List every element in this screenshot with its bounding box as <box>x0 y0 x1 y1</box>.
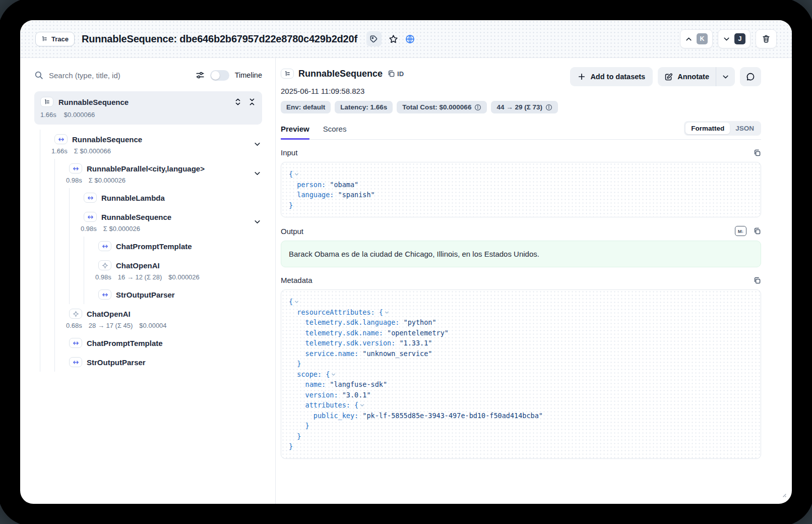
tree-row[interactable]: RunnableSequence1.66sΣ $0.000066 <box>40 130 262 159</box>
annotate-button[interactable]: Annotate <box>658 67 716 86</box>
search-input[interactable] <box>49 71 190 80</box>
chevron-down-icon[interactable] <box>294 299 299 305</box>
format-formatted-option[interactable]: Formatted <box>685 123 730 134</box>
markdown-toggle-icon[interactable]: M↓ <box>735 226 746 236</box>
json-key: telemetry.sdk.version: <box>305 339 400 347</box>
comments-button[interactable] <box>740 67 761 86</box>
tree-row[interactable]: ChatPromptTemplate <box>40 237 262 256</box>
expand-all-icon[interactable] <box>234 98 242 106</box>
annotate-dropdown-button[interactable] <box>716 67 735 86</box>
span-icon-pill <box>84 193 97 203</box>
generation-icon-pill <box>69 309 82 319</box>
timeline-label: Timeline <box>235 71 262 79</box>
tag-icon <box>369 35 378 43</box>
tree-row[interactable]: StrOutputParser <box>40 353 262 372</box>
chevron-down-icon[interactable] <box>254 218 261 226</box>
input-label: Input <box>281 148 297 157</box>
tree-row[interactable]: RunnableSequence0.98sΣ $0.000026 <box>40 207 262 237</box>
copy-icon[interactable] <box>753 149 761 157</box>
tree-row[interactable]: RunnableLambda <box>40 188 262 207</box>
copy-id-button[interactable]: ID <box>387 70 404 78</box>
output-label: Output <box>281 227 303 236</box>
public-globe-icon[interactable] <box>405 34 415 44</box>
timeline-toggle[interactable] <box>210 70 229 81</box>
chevron-down-icon[interactable] <box>254 170 261 178</box>
observation-name: StrOutputParser <box>87 358 146 367</box>
tree-row[interactable]: ChatPromptTemplate <box>40 333 262 353</box>
tree-row-body: RunnableParallel<city,language>0.98sΣ $0… <box>69 159 262 188</box>
json-line: language: "spanish" <box>289 190 753 200</box>
metric-badge: Total Cost: $0.000066 <box>397 101 487 113</box>
output-section-icons: M↓ <box>735 226 761 236</box>
resize-handle[interactable] <box>781 490 786 499</box>
tree-row[interactable]: ChatOpenAI0.98s16 → 12 (Σ 28)$0.000026 <box>40 256 262 285</box>
nav-previous-button[interactable]: K <box>680 29 713 48</box>
tree-row-line: StrOutputParser <box>69 357 262 368</box>
span-icon-pill <box>54 134 68 144</box>
metric-badge-row: Env: defaultLatency: 1.66sTotal Cost: $0… <box>281 101 558 113</box>
tree-row[interactable]: RunnableParallel<city,language>0.98sΣ $0… <box>40 159 262 188</box>
format-json-option[interactable]: JSON <box>730 123 760 134</box>
trace-root-name: RunnableSequence <box>58 98 129 106</box>
tag-button[interactable] <box>366 31 382 46</box>
chevron-down-icon[interactable] <box>254 141 261 148</box>
tree-indent-guide <box>84 285 98 304</box>
json-line: { <box>289 169 753 180</box>
bookmark-star-icon[interactable] <box>389 34 398 44</box>
delete-trace-button[interactable] <box>756 29 777 48</box>
tree-controls <box>234 98 256 106</box>
metric-badge-label: Latency: 1.66s <box>340 103 387 111</box>
stat-value: 16 → 12 (Σ 28) <box>118 273 162 281</box>
stat-value: Σ $0.000026 <box>89 177 126 184</box>
add-to-datasets-button[interactable]: Add to datasets <box>570 67 653 86</box>
json-line: public_key: "pk-lf-5855d85e-3943-497e-bd… <box>289 411 753 421</box>
json-brace: { <box>289 298 293 306</box>
json-brace: } <box>289 442 293 450</box>
generation-icon <box>102 262 108 269</box>
chevron-up-icon <box>685 35 693 43</box>
tab-preview[interactable]: Preview <box>281 125 309 140</box>
observation-name: ChatOpenAI <box>116 261 160 270</box>
tab-scores[interactable]: Scores <box>323 125 347 140</box>
chevron-down-icon[interactable] <box>384 310 390 315</box>
search-icon <box>34 71 43 80</box>
toggle-knob <box>211 71 220 80</box>
stat-value: 0.98s <box>66 177 82 184</box>
tree-row-body: ChatOpenAI0.98s16 → 12 (Σ 28)$0.000026 <box>98 256 262 285</box>
trace-root-row[interactable]: RunnableSequence 1.66s $0.000066 <box>34 91 262 125</box>
json-value: "1.33.1" <box>399 339 432 347</box>
trace-tree-icon <box>44 99 50 105</box>
filter-sliders-icon[interactable] <box>196 71 205 80</box>
tree-indent-guide <box>54 333 69 353</box>
stat-value: 28 → 17 (Σ 45) <box>89 322 133 329</box>
tree-indent-guide <box>40 207 54 237</box>
json-line: scope: { <box>289 369 753 380</box>
observation-header: RunnableSequence ID 2025-06-11 11:09:58.… <box>281 67 761 113</box>
info-icon[interactable] <box>474 104 481 111</box>
trace-detail-window: Trace RunnableSequence: dbe646b2b67957d2… <box>20 20 792 504</box>
json-key: public_key: <box>314 412 363 420</box>
chevron-down-icon[interactable] <box>359 402 365 408</box>
input-section-icons <box>753 149 761 157</box>
trace-tree-icon <box>41 36 48 42</box>
tree-row[interactable]: StrOutputParser <box>40 285 262 304</box>
annotate-split-button: Annotate <box>658 67 735 86</box>
metric-badge: Env: default <box>281 101 331 113</box>
nav-next-button[interactable]: J <box>718 29 751 48</box>
copy-icon[interactable] <box>753 276 761 284</box>
tabs-row: Preview Scores Formatted JSON <box>281 121 761 140</box>
chevron-down-icon[interactable] <box>294 171 299 177</box>
copy-icon[interactable] <box>753 227 761 235</box>
tree-row-body: StrOutputParser <box>98 285 262 304</box>
metadata-section: Metadata {resourceAttributes: {telemetry… <box>281 276 761 459</box>
observation-name: StrOutputParser <box>116 290 175 299</box>
tree-indent-guide <box>54 207 69 237</box>
tree-row[interactable]: ChatOpenAI0.68s28 → 17 (Σ 45)$0.00004 <box>40 304 262 333</box>
span-icon <box>87 195 94 201</box>
info-icon[interactable] <box>545 104 552 111</box>
json-brace: { <box>326 370 330 378</box>
collapse-all-icon[interactable] <box>248 98 256 106</box>
chevron-down-icon[interactable] <box>331 372 336 377</box>
generation-icon-pill <box>98 260 111 270</box>
generation-icon <box>73 311 79 317</box>
